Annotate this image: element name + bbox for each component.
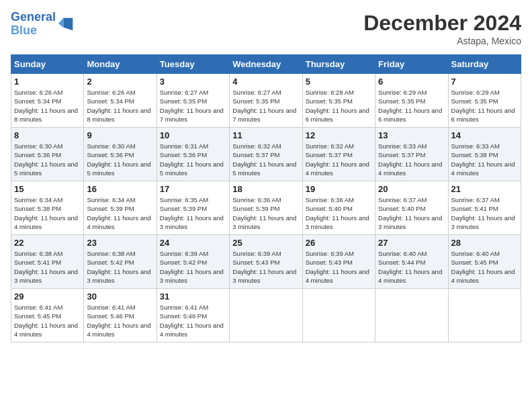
day-info: Sunrise: 6:39 AMSunset: 5:42 PMDaylight:… (160, 249, 226, 285)
day-info: Sunrise: 6:33 AMSunset: 5:38 PMDaylight:… (451, 142, 518, 177)
day-number: 8 (14, 130, 81, 140)
week-row-3: 15 Sunrise: 6:34 AMSunset: 5:38 PMDaylig… (11, 181, 521, 235)
calendar-cell: 26 Sunrise: 6:39 AMSunset: 5:43 PMDaylig… (302, 235, 375, 289)
month-title: December 2024 (363, 11, 521, 36)
calendar-cell: 7 Sunrise: 6:29 AMSunset: 5:35 PMDayligh… (448, 74, 521, 128)
week-row-2: 8 Sunrise: 6:30 AMSunset: 5:36 PMDayligh… (11, 128, 521, 181)
day-number: 24 (160, 238, 226, 248)
day-number: 15 (14, 184, 81, 194)
calendar-cell: 9 Sunrise: 6:30 AMSunset: 5:36 PMDayligh… (84, 128, 157, 181)
day-info: Sunrise: 6:26 AMSunset: 5:34 PMDaylight:… (14, 88, 81, 124)
day-info: Sunrise: 6:39 AMSunset: 5:43 PMDaylight:… (232, 249, 299, 285)
day-number: 29 (14, 291, 81, 302)
logo: General Blue (11, 11, 76, 38)
day-number: 13 (378, 130, 445, 140)
logo-text: General Blue (11, 11, 56, 38)
day-number: 2 (87, 77, 153, 87)
day-number: 14 (451, 130, 518, 140)
day-number: 18 (232, 184, 299, 194)
calendar-cell: 3 Sunrise: 6:27 AMSunset: 5:35 PMDayligh… (157, 74, 229, 128)
calendar-cell (230, 289, 302, 342)
week-row-1: 1 Sunrise: 6:26 AMSunset: 5:34 PMDayligh… (11, 74, 521, 128)
day-number: 4 (232, 77, 299, 87)
day-number: 26 (306, 238, 372, 248)
day-info: Sunrise: 6:33 AMSunset: 5:37 PMDaylight:… (378, 142, 445, 177)
day-info: Sunrise: 6:34 AMSunset: 5:39 PMDaylight:… (87, 195, 153, 231)
day-number: 17 (160, 184, 226, 194)
week-row-4: 22 Sunrise: 6:38 AMSunset: 5:41 PMDaylig… (11, 235, 521, 289)
calendar-cell (375, 289, 448, 342)
calendar-cell: 27 Sunrise: 6:40 AMSunset: 5:44 PMDaylig… (375, 235, 448, 289)
day-number: 7 (451, 77, 518, 87)
location: Astapa, Mexico (363, 36, 521, 46)
calendar-cell: 25 Sunrise: 6:39 AMSunset: 5:43 PMDaylig… (230, 235, 302, 289)
day-number: 23 (87, 238, 153, 248)
calendar-cell (448, 289, 521, 342)
calendar-cell: 20 Sunrise: 6:37 AMSunset: 5:40 PMDaylig… (375, 181, 448, 235)
header-cell-thursday: Thursday (302, 55, 375, 74)
day-number: 21 (451, 184, 518, 194)
day-number: 1 (14, 77, 81, 87)
day-info: Sunrise: 6:35 AMSunset: 5:39 PMDaylight:… (160, 195, 226, 231)
day-number: 30 (87, 291, 153, 302)
day-number: 6 (378, 77, 445, 87)
day-number: 27 (378, 238, 445, 248)
day-number: 31 (160, 291, 226, 302)
day-number: 11 (232, 130, 299, 140)
day-number: 16 (87, 184, 153, 194)
calendar-cell: 4 Sunrise: 6:27 AMSunset: 5:35 PMDayligh… (230, 74, 302, 128)
day-info: Sunrise: 6:37 AMSunset: 5:41 PMDaylight:… (451, 195, 518, 231)
day-info: Sunrise: 6:28 AMSunset: 5:35 PMDaylight:… (306, 88, 372, 124)
day-number: 28 (451, 238, 518, 248)
header-cell-monday: Monday (84, 55, 157, 74)
day-number: 9 (87, 130, 153, 140)
day-info: Sunrise: 6:29 AMSunset: 5:35 PMDaylight:… (451, 88, 518, 124)
header-cell-wednesday: Wednesday (230, 55, 302, 74)
day-info: Sunrise: 6:32 AMSunset: 5:37 PMDaylight:… (306, 142, 372, 177)
day-info: Sunrise: 6:29 AMSunset: 5:35 PMDaylight:… (378, 88, 445, 124)
calendar-cell: 16 Sunrise: 6:34 AMSunset: 5:39 PMDaylig… (84, 181, 157, 235)
calendar-cell: 11 Sunrise: 6:32 AMSunset: 5:37 PMDaylig… (230, 128, 302, 181)
calendar-cell: 24 Sunrise: 6:39 AMSunset: 5:42 PMDaylig… (157, 235, 229, 289)
day-number: 10 (160, 130, 226, 140)
day-info: Sunrise: 6:40 AMSunset: 5:45 PMDaylight:… (451, 249, 518, 285)
day-info: Sunrise: 6:38 AMSunset: 5:42 PMDaylight:… (87, 249, 153, 285)
week-row-5: 29 Sunrise: 6:41 AMSunset: 5:45 PMDaylig… (11, 289, 521, 342)
calendar-cell: 13 Sunrise: 6:33 AMSunset: 5:37 PMDaylig… (375, 128, 448, 181)
day-info: Sunrise: 6:36 AMSunset: 5:40 PMDaylight:… (306, 195, 372, 231)
day-info: Sunrise: 6:39 AMSunset: 5:43 PMDaylight:… (306, 249, 372, 285)
day-number: 3 (160, 77, 226, 87)
title-block: December 2024 Astapa, Mexico (363, 11, 521, 46)
day-info: Sunrise: 6:26 AMSunset: 5:34 PMDaylight:… (87, 88, 153, 124)
header-cell-sunday: Sunday (11, 55, 84, 74)
day-info: Sunrise: 6:41 AMSunset: 5:45 PMDaylight:… (14, 303, 81, 338)
header-cell-friday: Friday (375, 55, 448, 74)
day-info: Sunrise: 6:41 AMSunset: 5:46 PMDaylight:… (87, 303, 153, 338)
svg-marker-0 (63, 17, 73, 30)
day-info: Sunrise: 6:41 AMSunset: 5:46 PMDaylight:… (160, 303, 226, 338)
day-info: Sunrise: 6:40 AMSunset: 5:44 PMDaylight:… (378, 249, 445, 285)
calendar-cell: 10 Sunrise: 6:31 AMSunset: 5:36 PMDaylig… (157, 128, 229, 181)
day-number: 5 (306, 77, 372, 87)
calendar-cell: 23 Sunrise: 6:38 AMSunset: 5:42 PMDaylig… (84, 235, 157, 289)
calendar-cell: 21 Sunrise: 6:37 AMSunset: 5:41 PMDaylig… (448, 181, 521, 235)
day-number: 12 (306, 130, 372, 140)
day-info: Sunrise: 6:27 AMSunset: 5:35 PMDaylight:… (232, 88, 299, 124)
calendar-cell: 6 Sunrise: 6:29 AMSunset: 5:35 PMDayligh… (375, 74, 448, 128)
calendar-cell (302, 289, 375, 342)
day-number: 20 (378, 184, 445, 194)
calendar-cell: 18 Sunrise: 6:36 AMSunset: 5:39 PMDaylig… (230, 181, 302, 235)
calendar-cell: 8 Sunrise: 6:30 AMSunset: 5:36 PMDayligh… (11, 128, 84, 181)
calendar-cell: 17 Sunrise: 6:35 AMSunset: 5:39 PMDaylig… (157, 181, 229, 235)
day-info: Sunrise: 6:38 AMSunset: 5:41 PMDaylight:… (14, 249, 81, 285)
day-info: Sunrise: 6:31 AMSunset: 5:36 PMDaylight:… (160, 142, 226, 177)
calendar-cell: 12 Sunrise: 6:32 AMSunset: 5:37 PMDaylig… (302, 128, 375, 181)
header-cell-tuesday: Tuesday (157, 55, 229, 74)
calendar-cell: 5 Sunrise: 6:28 AMSunset: 5:35 PMDayligh… (302, 74, 375, 128)
day-info: Sunrise: 6:32 AMSunset: 5:37 PMDaylight:… (232, 142, 299, 177)
header-row: SundayMondayTuesdayWednesdayThursdayFrid… (11, 55, 521, 74)
calendar-table: SundayMondayTuesdayWednesdayThursdayFrid… (11, 54, 521, 342)
calendar-cell: 14 Sunrise: 6:33 AMSunset: 5:38 PMDaylig… (448, 128, 521, 181)
calendar-cell: 1 Sunrise: 6:26 AMSunset: 5:34 PMDayligh… (11, 74, 84, 128)
day-info: Sunrise: 6:27 AMSunset: 5:35 PMDaylight:… (160, 88, 226, 124)
